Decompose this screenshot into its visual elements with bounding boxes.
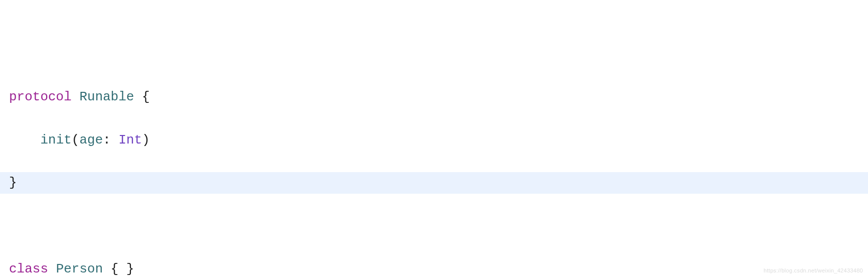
init-keyword: init [40,129,71,151]
class-name-person: Person [56,258,103,278]
code-line-5[interactable]: class Person { } [0,258,868,278]
protocol-name: Runable [79,86,134,108]
param-age: age [79,129,103,151]
paren-close: ) [142,129,150,151]
colon: : [103,129,118,151]
code-line-3[interactable]: } [0,172,868,194]
keyword-class: class [9,258,48,278]
code-line-4-empty[interactable] [0,215,868,237]
indent [9,129,40,151]
code-line-2[interactable]: init(age: Int) [0,129,868,151]
braces-empty: { } [103,258,134,278]
keyword-protocol: protocol [9,86,72,108]
code-line-1[interactable]: protocol Runable { [0,86,868,108]
watermark-text: https://blog.csdn.net/weixin_42433480 [764,266,863,275]
brace-close: } [9,172,17,194]
type-int: Int [118,129,142,151]
paren-open: ( [72,129,80,151]
brace-open: { [134,86,150,108]
